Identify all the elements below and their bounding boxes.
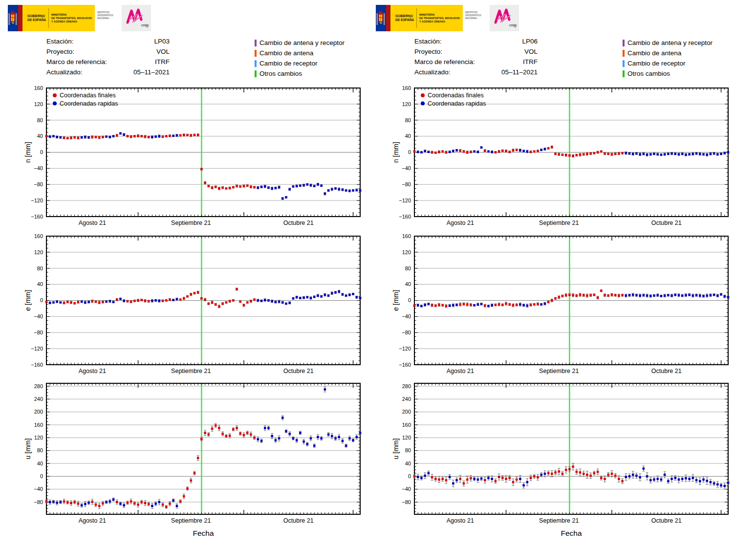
legend-swatch [255, 40, 257, 46]
data-point [434, 305, 437, 307]
chart-lp06-u: 28024020016012080400−40−80Agosto 21Septi… [368, 377, 734, 539]
data-point [186, 134, 189, 136]
data-point [632, 294, 634, 296]
data-point [169, 503, 171, 505]
ign-logo-icon: cnig [122, 5, 151, 31]
data-point [459, 150, 461, 152]
data-point [441, 478, 444, 480]
data-point [194, 472, 196, 474]
data-point [611, 473, 613, 475]
gobierno-line: DE ESPAÑA [27, 18, 46, 22]
data-point [649, 295, 652, 297]
data-point [278, 437, 281, 440]
data-point [324, 388, 326, 391]
data-point [516, 479, 518, 481]
data-point [625, 476, 627, 478]
data-point [583, 294, 585, 297]
data-point [225, 301, 228, 304]
data-point [438, 304, 440, 306]
data-point [275, 301, 277, 303]
data-point [635, 475, 638, 477]
data-point [133, 502, 136, 505]
data-point [221, 303, 224, 305]
data-point [95, 301, 97, 303]
data-point [345, 444, 347, 447]
data-point [562, 295, 564, 297]
banner-divider [48, 8, 49, 28]
month-label: Octubre 21 [283, 220, 314, 226]
y-tick-label: 160 [402, 233, 411, 239]
data-point [105, 301, 108, 303]
data-point [558, 296, 560, 299]
data-point [243, 185, 245, 187]
data-point [208, 433, 210, 436]
y-tick-label: 0 [40, 149, 43, 155]
data-point [562, 154, 564, 156]
event-legend-label: Cambio de receptor [627, 60, 686, 67]
data-point [183, 495, 185, 498]
y-tick-label: −160 [31, 362, 43, 368]
data-point [727, 482, 730, 484]
x-axis-label: Fecha [561, 529, 582, 537]
cnig-label: cnig [141, 23, 149, 27]
data-point [264, 299, 266, 301]
meta-label: Marco de referencia: [414, 57, 475, 67]
ign-text: INSTITUTOGEOGRÁFICONACIONAL [97, 11, 122, 20]
data-point [197, 291, 199, 294]
data-point [667, 153, 670, 155]
ministry-text: MINISTERIODE TRANSPORTES, MOVILIDADY AGE… [51, 13, 92, 23]
data-point [431, 151, 433, 154]
data-point [614, 153, 617, 155]
data-point [239, 432, 241, 435]
y-tick-label: 0 [408, 473, 411, 479]
event-legend-label: Cambio de antena y receptor [627, 39, 713, 46]
data-point [299, 184, 302, 187]
data-point [706, 480, 708, 482]
data-point [338, 188, 340, 191]
series-legend-label: Coordenadas finales [60, 92, 116, 99]
data-point [285, 430, 287, 433]
data-point [56, 136, 58, 138]
data-point [49, 501, 51, 504]
data-point [271, 300, 273, 303]
data-point [480, 478, 483, 480]
spain-crest-icon [8, 7, 18, 29]
data-point [653, 479, 655, 481]
y-tick-label: −160 [399, 362, 411, 368]
data-point [127, 300, 129, 303]
data-point [572, 465, 574, 468]
data-point [56, 301, 58, 303]
data-point [713, 294, 715, 296]
data-point [688, 294, 691, 296]
meta-label: Actualizado: [414, 67, 451, 77]
data-point [204, 432, 206, 434]
month-label: Agosto 21 [79, 517, 106, 524]
y-tick-label: −80 [34, 499, 43, 505]
data-point [632, 153, 634, 155]
data-point [491, 151, 493, 153]
meta-value: ITRF [107, 57, 170, 67]
data-point [579, 471, 582, 474]
data-point [140, 299, 143, 301]
event-legend-label: Cambio de antena [627, 49, 681, 57]
data-point [49, 135, 51, 138]
data-point [52, 501, 55, 503]
y-tick-label: −40 [34, 313, 43, 319]
y-tick-label: 80 [37, 265, 43, 271]
data-point [463, 151, 465, 153]
data-point [310, 184, 312, 187]
data-point [165, 299, 168, 302]
data-point [221, 187, 224, 189]
data-point [526, 481, 529, 484]
data-point [544, 473, 546, 475]
data-point [232, 186, 235, 189]
data-point [628, 294, 631, 297]
data-point [593, 294, 596, 296]
data-point [285, 303, 287, 305]
legend-swatch [255, 60, 257, 67]
data-point [158, 300, 161, 302]
data-point [723, 485, 726, 487]
station-metadata: Estación:LP03Proyecto:VOLMarco de refere… [46, 36, 170, 77]
data-point [194, 134, 196, 136]
meta-value: VOL [74, 46, 170, 57]
